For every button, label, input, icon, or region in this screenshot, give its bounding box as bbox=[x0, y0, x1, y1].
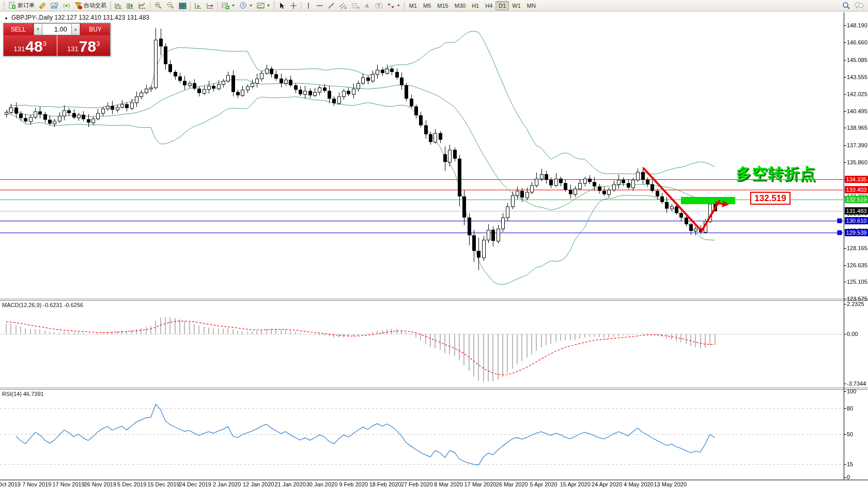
volume-input[interactable] bbox=[42, 23, 71, 35]
rsi-tick: 15 bbox=[847, 461, 853, 467]
timeframe-m15[interactable]: M15 bbox=[434, 1, 451, 10]
svg-text:E: E bbox=[345, 6, 347, 9]
candlestick-chart-icon bbox=[127, 2, 134, 9]
buy-price-major: 131 bbox=[67, 44, 79, 54]
cursor-button[interactable] bbox=[276, 1, 288, 11]
timeframe-w1[interactable]: W1 bbox=[509, 1, 524, 10]
volume-down-button[interactable]: ▼ bbox=[34, 23, 42, 35]
trendline-button[interactable] bbox=[326, 1, 337, 11]
buy-price-button[interactable]: 131 78 3 bbox=[57, 35, 111, 56]
sell-button[interactable]: SELL bbox=[4, 23, 34, 35]
vertical-line-button[interactable] bbox=[303, 1, 314, 11]
zoom-out-icon bbox=[166, 2, 175, 9]
toolbar-separator bbox=[150, 2, 150, 10]
buy-button[interactable]: BUY bbox=[80, 23, 110, 35]
date-label: 17 Nov 2019 bbox=[52, 481, 84, 487]
equidistant-channel-icon: E bbox=[339, 2, 347, 9]
macd-tick: 2.2325 bbox=[847, 301, 864, 307]
indicators-button[interactable]: ▼ bbox=[220, 1, 237, 11]
auto-trading-label: 自动交易 bbox=[84, 2, 106, 9]
date-label: 5 Dec 2019 bbox=[117, 481, 146, 487]
timeframe-m30[interactable]: M30 bbox=[452, 1, 469, 10]
date-label: 24 Apr 2020 bbox=[592, 481, 622, 487]
text-label-button[interactable]: T bbox=[373, 1, 385, 11]
auto-scroll-button[interactable] bbox=[192, 1, 204, 11]
toolbar-grip bbox=[273, 2, 275, 10]
equidistant-channel-button[interactable]: E bbox=[337, 1, 349, 11]
dropdown-caret-icon: ▼ bbox=[397, 4, 400, 7]
periods-button[interactable]: ▼ bbox=[237, 1, 255, 11]
date-label: 29 Oct 2019 bbox=[0, 481, 21, 487]
fibonacci-button[interactable]: F bbox=[349, 1, 362, 11]
date-label: 13 May 2020 bbox=[654, 481, 687, 487]
turning-point-annotation: 多空转折点 bbox=[736, 163, 816, 185]
bar-chart-button[interactable] bbox=[113, 1, 125, 11]
price-badge-133.403: 133.403 bbox=[845, 186, 868, 193]
search-button[interactable] bbox=[840, 1, 853, 11]
line-chart-button[interactable] bbox=[136, 1, 148, 11]
chart-shift-button[interactable] bbox=[204, 1, 216, 11]
ticket-icon bbox=[39, 2, 47, 9]
zoom-out-button[interactable] bbox=[164, 1, 177, 11]
chart-shift-icon bbox=[206, 2, 214, 9]
tile-windows-button[interactable] bbox=[177, 1, 189, 11]
price-badge-131.483: 131.483 bbox=[845, 207, 868, 215]
timeframe-h4[interactable]: H4 bbox=[482, 1, 495, 10]
toolbar-separator bbox=[301, 2, 301, 10]
price-badge-132.519: 132.519 bbox=[845, 196, 868, 203]
price-tick: 145.085 bbox=[847, 57, 867, 63]
price-tick: 148.190 bbox=[847, 22, 867, 28]
text-button[interactable]: A bbox=[362, 1, 373, 11]
toolbar-separator bbox=[190, 2, 191, 10]
timeframe-m5[interactable]: M5 bbox=[420, 1, 434, 10]
signals-button[interactable] bbox=[60, 1, 72, 11]
volume-up-button[interactable]: ▲ bbox=[71, 23, 80, 35]
chart-title: ▲ GBPJPY-,Daily 132.127 132.410 131.423 … bbox=[4, 14, 149, 21]
toolbar-grip bbox=[3, 2, 5, 10]
arrows-button[interactable]: ▼ bbox=[385, 1, 402, 11]
timeframe-mn[interactable]: MN bbox=[524, 1, 539, 10]
date-label: 4 May 2020 bbox=[624, 481, 653, 487]
market-depth-button[interactable] bbox=[49, 1, 60, 11]
dropdown-caret-icon: ▼ bbox=[267, 4, 270, 7]
price-tick: 143.555 bbox=[847, 74, 867, 80]
rsi-tick: 100 bbox=[847, 388, 856, 394]
date-label: 26 Mar 2020 bbox=[496, 481, 528, 487]
ticket-button[interactable] bbox=[37, 1, 49, 11]
zoom-in-icon bbox=[154, 2, 162, 9]
templates-button[interactable]: ▼ bbox=[255, 1, 272, 11]
price-tick: 125.105 bbox=[847, 279, 867, 285]
chart-title-text: GBPJPY-,Daily 132.127 132.410 131.423 13… bbox=[11, 14, 149, 21]
date-label: 17 Mar 2020 bbox=[464, 481, 497, 487]
auto-trading-button[interactable]: 自动交易 bbox=[72, 1, 109, 11]
toolbar-separator bbox=[404, 2, 405, 10]
chart-canvas[interactable] bbox=[0, 0, 868, 489]
sell-price-button[interactable]: 131 48 3 bbox=[4, 35, 57, 56]
timeframe-h1[interactable]: H1 bbox=[469, 1, 482, 10]
crosshair-button[interactable] bbox=[288, 1, 299, 11]
price-tick: 138.965 bbox=[847, 125, 867, 131]
timeframe-m1[interactable]: M1 bbox=[406, 1, 420, 10]
rsi-label: RSI(14) 46.7391 bbox=[2, 391, 44, 397]
date-label: 30 Jan 2020 bbox=[306, 481, 338, 487]
collapse-arrow-icon[interactable]: ▲ bbox=[4, 16, 8, 20]
svg-text:A: A bbox=[365, 3, 369, 9]
level-132519-label[interactable]: 132.519 bbox=[750, 192, 791, 205]
templates-icon bbox=[257, 2, 265, 9]
text-icon: A bbox=[364, 2, 370, 9]
one-click-trading-panel: SELL ▼ ▲ BUY 131 48 3 131 78 3 bbox=[3, 23, 111, 56]
main-toolbar: 新订单 自动交易 ▼ ▼ bbox=[0, 0, 868, 11]
candlestick-chart-button[interactable] bbox=[125, 1, 136, 11]
timeframe-d1[interactable]: D1 bbox=[495, 1, 509, 10]
auto-scroll-icon bbox=[194, 2, 202, 9]
horizontal-line-button[interactable] bbox=[314, 1, 326, 11]
date-label: 24 Dec 2019 bbox=[179, 481, 211, 487]
svg-text:T: T bbox=[377, 3, 380, 8]
zoom-in-button[interactable] bbox=[152, 1, 164, 11]
sell-price-point: 3 bbox=[43, 35, 47, 53]
macd-tick: 0.00 bbox=[847, 331, 858, 337]
chat-button[interactable] bbox=[853, 1, 866, 11]
price-tick: 140.495 bbox=[847, 108, 867, 114]
new-order-button[interactable]: 新订单 bbox=[6, 1, 37, 11]
buy-price-point: 3 bbox=[96, 35, 100, 53]
